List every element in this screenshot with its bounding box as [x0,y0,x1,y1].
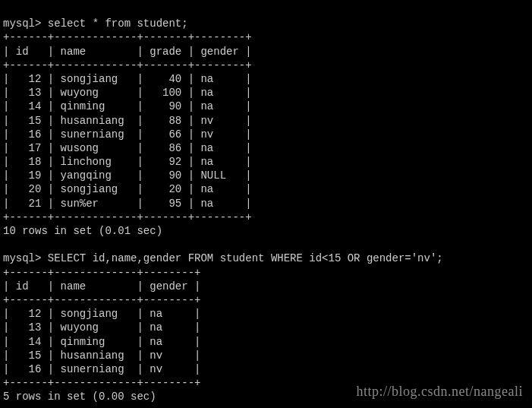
table2-border-bot: +------+-------------+--------+ [3,377,200,389]
query2-status: 5 rows in set (0.00 sec) [3,391,156,403]
table1-row: | 12 | songjiang | 40 | na | [3,73,252,85]
table1-row: | 20 | songjiang | 20 | na | [3,183,252,195]
table2-row: | 14 | qinming | na | [3,336,200,348]
table1-row: | 16 | sunerniang | 66 | nv | [3,128,252,141]
table2-border-top: +------+-------------+--------+ [3,267,200,279]
table2-row: | 12 | songjiang | na | [3,308,200,320]
watermark-text: http://blog.csdn.net/nangeali [357,383,523,400]
query1-status: 10 rows in set (0.01 sec) [3,225,162,237]
table1-border-bot: +------+-------------+-------+--------+ [3,211,252,223]
table1-border-mid: +------+-------------+-------+--------+ [3,59,252,71]
table1-row: | 18 | linchong | 92 | na | [3,156,252,168]
table1-row: | 14 | qinming | 90 | na | [3,100,252,112]
sql-query-1: select * from student; [48,17,188,30]
terminal-output: mysql> select * from student; +------+--… [3,3,529,408]
table1-row: | 15 | husanniang | 88 | nv | [3,115,252,127]
sql-query-2: SELECT id,name,gender FROM student WHERE… [48,252,443,264]
mysql-prompt: mysql> [3,17,41,30]
table2-header: | id | name | gender | [3,280,200,293]
table1-border-top: +------+-------------+-------+--------+ [3,31,252,43]
table2-row: | 16 | sunerniang | nv | [3,363,200,375]
table2-row: | 15 | husanniang | nv | [3,349,200,362]
table1-row: | 13 | wuyong | 100 | na | [3,87,252,99]
table1-row: | 17 | wusong | 86 | na | [3,142,252,154]
mysql-prompt: mysql> [3,252,41,264]
table2-row: | 13 | wuyong | na | [3,321,200,334]
table2-border-mid: +------+-------------+--------+ [3,294,200,306]
table1-row: | 19 | yangqing | 90 | NULL | [3,169,252,182]
table1-row: | 21 | sun%er | 95 | na | [3,198,252,210]
table1-header: | id | name | grade | gender | [3,46,252,58]
